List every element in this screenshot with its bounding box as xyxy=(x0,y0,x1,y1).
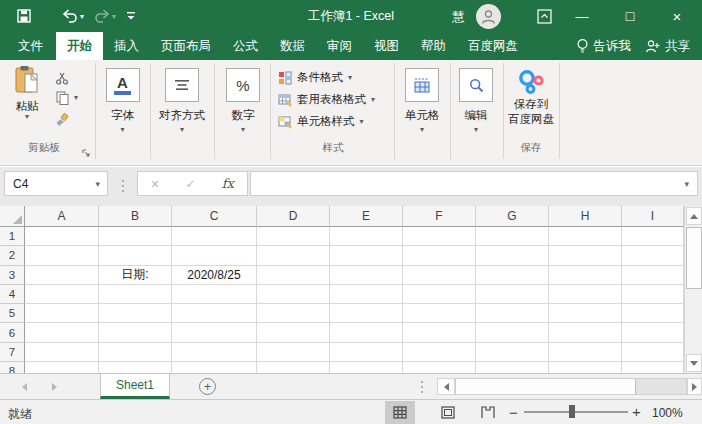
cell-A5[interactable] xyxy=(25,304,99,323)
copy-dropdown-caret-icon[interactable]: ▾ xyxy=(74,95,78,101)
row-header-7[interactable]: 7 xyxy=(0,343,25,362)
share-button[interactable]: 共享 xyxy=(645,32,702,60)
ribbon-tab-6[interactable]: 审阅 xyxy=(316,32,363,60)
cell-G5[interactable] xyxy=(476,304,549,323)
formula-bar-resize-handle[interactable] xyxy=(121,180,124,192)
cell-G1[interactable] xyxy=(476,227,549,246)
column-header-E[interactable]: E xyxy=(330,206,403,227)
cell-I8[interactable] xyxy=(622,362,684,373)
cancel-icon[interactable]: × xyxy=(151,176,159,192)
cell-D5[interactable] xyxy=(257,304,330,323)
zoom-slider-thumb[interactable] xyxy=(569,405,575,418)
cell-styles-button[interactable]: 单元格样式 ▾ xyxy=(278,114,364,129)
cell-F1[interactable] xyxy=(403,227,476,246)
cells-group-button[interactable]: 单元格 ▾ xyxy=(397,68,447,133)
formula-bar-expand-chevron-icon[interactable]: ▾ xyxy=(684,179,697,189)
cell-C1[interactable] xyxy=(172,227,257,246)
cell-C5[interactable] xyxy=(172,304,257,323)
vertical-scrollbar-thumb[interactable] xyxy=(686,227,702,289)
zoom-out-button[interactable]: − xyxy=(509,405,518,420)
cell-B8[interactable] xyxy=(99,362,172,373)
cell-D4[interactable] xyxy=(257,285,330,304)
cell-G2[interactable] xyxy=(476,246,549,265)
cell-H1[interactable] xyxy=(549,227,622,246)
cell-E2[interactable] xyxy=(330,246,403,265)
insert-function-icon[interactable]: fx xyxy=(222,176,234,191)
column-header-F[interactable]: F xyxy=(403,206,476,227)
scroll-right-button[interactable] xyxy=(687,378,702,395)
cell-A3[interactable] xyxy=(25,266,99,285)
cell-D1[interactable] xyxy=(257,227,330,246)
sheet-tab-sheet1[interactable]: Sheet1 xyxy=(100,374,170,399)
column-header-D[interactable]: D xyxy=(257,206,330,227)
alignment-group-button[interactable]: 对齐方式 ▾ xyxy=(152,68,212,133)
save-to-baidu-netdisk-button[interactable]: 保存到 百度网盘 xyxy=(506,68,556,127)
tell-me-button[interactable]: 告诉我 xyxy=(576,32,646,60)
cell-E1[interactable] xyxy=(330,227,403,246)
cell-I4[interactable] xyxy=(622,285,684,304)
row-header-8[interactable]: 8 xyxy=(0,362,25,373)
ribbon-tab-5[interactable]: 数据 xyxy=(269,32,316,60)
ribbon-tab-4[interactable]: 公式 xyxy=(222,32,269,60)
cell-E5[interactable] xyxy=(330,304,403,323)
cell-A1[interactable] xyxy=(25,227,99,246)
ribbon-tab-1[interactable]: 开始 xyxy=(56,32,103,60)
ribbon-tab-8[interactable]: 帮助 xyxy=(410,32,457,60)
cell-H5[interactable] xyxy=(549,304,622,323)
cell-F3[interactable] xyxy=(403,266,476,285)
cell-G6[interactable] xyxy=(476,323,549,342)
enter-icon[interactable]: ✓ xyxy=(185,177,195,191)
clipboard-dialog-launcher[interactable] xyxy=(82,143,90,161)
zoom-level-label[interactable]: 100% xyxy=(652,406,683,420)
cell-I5[interactable] xyxy=(622,304,684,323)
zoom-in-button[interactable]: + xyxy=(632,404,641,419)
column-header-C[interactable]: C xyxy=(172,206,257,227)
cell-B2[interactable] xyxy=(99,246,172,265)
cell-C2[interactable] xyxy=(172,246,257,265)
vertical-scrollbar[interactable] xyxy=(684,206,702,373)
close-button[interactable]: × xyxy=(657,0,697,32)
cell-C6[interactable] xyxy=(172,323,257,342)
cell-G4[interactable] xyxy=(476,285,549,304)
cell-I6[interactable] xyxy=(622,323,684,342)
copy-button[interactable] xyxy=(53,90,71,106)
row-header-3[interactable]: 3 xyxy=(0,266,25,285)
cell-B6[interactable] xyxy=(99,323,172,342)
scroll-up-button[interactable] xyxy=(686,207,702,225)
cell-E8[interactable] xyxy=(330,362,403,373)
cell-B1[interactable] xyxy=(99,227,172,246)
avatar[interactable] xyxy=(476,4,501,29)
ribbon-tab-3[interactable]: 页面布局 xyxy=(150,32,222,60)
select-all-button[interactable] xyxy=(0,206,25,227)
cell-H7[interactable] xyxy=(549,343,622,362)
ribbon-tab-9[interactable]: 百度网盘 xyxy=(457,32,529,60)
cell-D8[interactable] xyxy=(257,362,330,373)
name-box[interactable]: C4 ▾ xyxy=(4,171,108,196)
horizontal-scrollbar-thumb[interactable] xyxy=(456,379,636,394)
tab-bar-resize-handle[interactable] xyxy=(420,381,423,393)
cut-button[interactable] xyxy=(53,70,71,86)
cell-B7[interactable] xyxy=(99,343,172,362)
cell-I3[interactable] xyxy=(622,266,684,285)
ribbon-tab-2[interactable]: 插入 xyxy=(103,32,150,60)
cell-F6[interactable] xyxy=(403,323,476,342)
sheet-nav-right-icon[interactable] xyxy=(52,383,57,391)
cell-G7[interactable] xyxy=(476,343,549,362)
cell-E6[interactable] xyxy=(330,323,403,342)
cell-B5[interactable] xyxy=(99,304,172,323)
ribbon-display-options-button[interactable] xyxy=(524,0,564,32)
cell-I7[interactable] xyxy=(622,343,684,362)
cell-G3[interactable] xyxy=(476,266,549,285)
row-header-5[interactable]: 5 xyxy=(0,304,25,323)
row-header-2[interactable]: 2 xyxy=(0,246,25,265)
page-layout-view-button[interactable] xyxy=(433,401,463,424)
cell-G8[interactable] xyxy=(476,362,549,373)
row-header-1[interactable]: 1 xyxy=(0,227,25,246)
new-sheet-button[interactable]: + xyxy=(199,378,216,395)
cell-D7[interactable] xyxy=(257,343,330,362)
cell-C4[interactable] xyxy=(172,285,257,304)
cell-H8[interactable] xyxy=(549,362,622,373)
cell-H3[interactable] xyxy=(549,266,622,285)
scroll-down-button[interactable] xyxy=(686,354,702,372)
name-box-caret-icon[interactable]: ▾ xyxy=(95,179,107,189)
